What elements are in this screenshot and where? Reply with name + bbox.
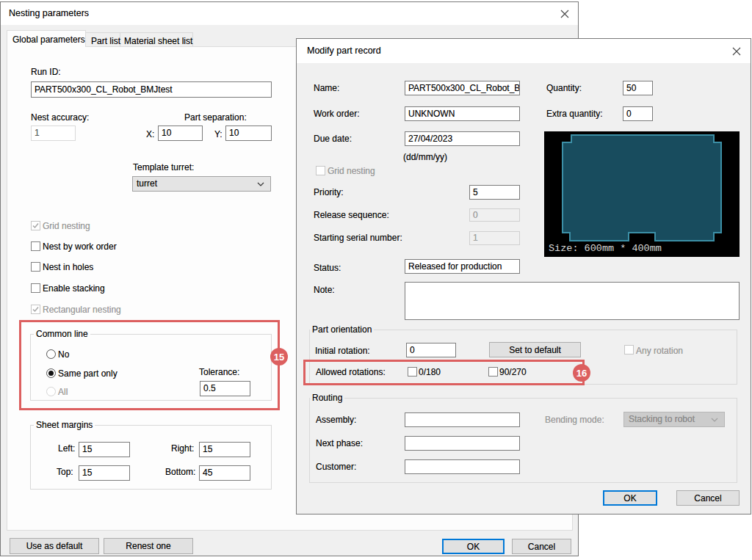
svg-text:Size: 600mm * 400mm: Size: 600mm * 400mm [549, 243, 662, 254]
